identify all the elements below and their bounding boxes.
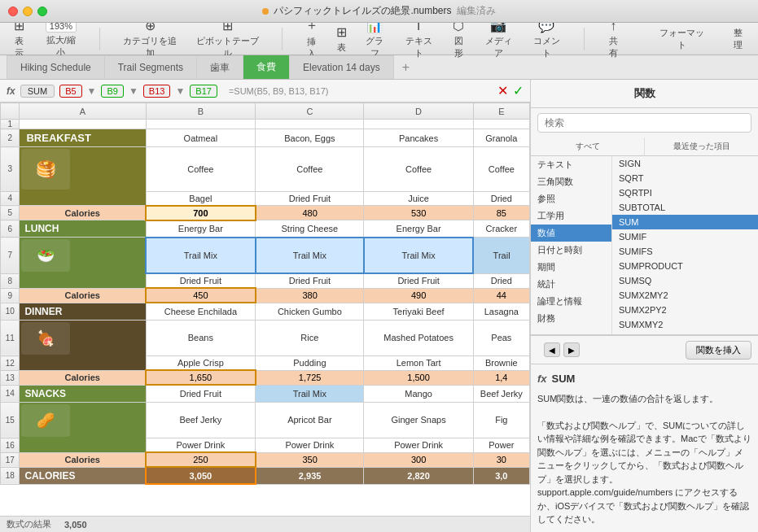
cell-e4[interactable]: Dried: [473, 191, 529, 206]
cell-d10[interactable]: Teriyaki Beef: [364, 303, 473, 320]
cell-b5-calories[interactable]: 700: [146, 206, 256, 220]
formula-ref-b13[interactable]: B13: [143, 85, 171, 98]
func-group-duration[interactable]: 期間: [531, 259, 611, 276]
cell-d17-calories[interactable]: 300: [364, 452, 473, 467]
spreadsheet-grid[interactable]: A B C D E 1: [0, 102, 530, 516]
cell-c10[interactable]: Chicken Gumbo: [256, 303, 364, 320]
cell-c14-trail-mix[interactable]: Trail Mix: [256, 385, 364, 402]
close-button[interactable]: [8, 7, 18, 16]
cell-a6-lunch[interactable]: LUNCH: [20, 220, 146, 238]
cell-d14[interactable]: Mango: [364, 385, 473, 402]
func-name-sqrt[interactable]: SQRT: [612, 171, 758, 185]
cell-c11[interactable]: Rice: [256, 320, 364, 356]
cell-a10-dinner[interactable]: DINNER: [20, 303, 146, 320]
func-name-sum[interactable]: SUM: [612, 215, 758, 229]
cell-b7-trail-mix[interactable]: Trail Mix: [146, 238, 256, 274]
cell-c18-total[interactable]: 2,935: [256, 467, 364, 484]
col-header-e[interactable]: E: [473, 103, 529, 120]
text-button[interactable]: T テキスト: [398, 17, 440, 61]
cell-b17-calories[interactable]: 250: [146, 452, 256, 467]
cell-a17-calories[interactable]: Calories: [20, 452, 146, 467]
cell-e1[interactable]: [473, 120, 529, 129]
cell-e14[interactable]: Beef Jerky: [473, 385, 529, 402]
cell-a14-snacks[interactable]: SNACKS: [20, 385, 146, 402]
cell-b13-calories[interactable]: 1,650: [146, 370, 256, 385]
cell-a13-calories[interactable]: Calories: [20, 370, 146, 385]
media-button[interactable]: 📷 メディア: [478, 16, 519, 61]
insert-function-button[interactable]: 関数を挿入: [686, 341, 751, 360]
tab-add-button[interactable]: +: [394, 55, 418, 79]
cell-b1[interactable]: [146, 120, 256, 129]
cell-e17-calories[interactable]: 30: [473, 452, 529, 467]
formula-cancel-button[interactable]: ✕: [497, 83, 508, 98]
cell-a1[interactable]: [20, 120, 146, 129]
cell-c6[interactable]: String Cheese: [256, 220, 364, 238]
func-name-sumxmy2[interactable]: SUMXMY2: [612, 317, 758, 332]
cell-d3[interactable]: Coffee: [364, 147, 473, 192]
formula-ref-b9[interactable]: B9: [101, 85, 123, 98]
cell-b4[interactable]: Bagel: [146, 191, 256, 206]
cell-c13-calories[interactable]: 1,725: [256, 370, 364, 385]
func-group-number[interactable]: 数値: [531, 225, 611, 242]
cell-c15[interactable]: Apricot Bar: [256, 402, 364, 438]
cell-c5-calories[interactable]: 480: [256, 206, 364, 220]
cell-c2[interactable]: Bacon, Eggs: [256, 129, 364, 147]
cell-c12[interactable]: Pudding: [256, 356, 364, 371]
col-header-a[interactable]: A: [20, 103, 146, 120]
cell-b10[interactable]: Cheese Enchilada: [146, 303, 256, 320]
cell-d13-calories[interactable]: 1,500: [364, 370, 473, 385]
cell-a2-breakfast[interactable]: BREAKFAST: [20, 129, 146, 147]
cell-d6[interactable]: Energy Bar: [364, 220, 473, 238]
cell-c8[interactable]: Dried Fruit: [256, 273, 364, 288]
cell-b6[interactable]: Energy Bar: [146, 220, 256, 238]
cell-e7-trail-mix[interactable]: Trail: [473, 238, 529, 274]
tab-hiking-schedule[interactable]: Hiking Schedule: [7, 55, 105, 79]
cell-d16[interactable]: Power Drink: [364, 438, 473, 453]
func-name-sign[interactable]: SIGN: [612, 156, 758, 171]
cell-b12[interactable]: Apple Crisp: [146, 356, 256, 371]
cell-d7-trail-mix[interactable]: Trail Mix: [364, 238, 473, 274]
cell-c4[interactable]: Dried Fruit: [256, 191, 364, 206]
func-name-sumx2my2[interactable]: SUMX2MY2: [612, 288, 758, 303]
cell-b11[interactable]: Beans: [146, 320, 256, 356]
cell-b18-total[interactable]: 3,050: [146, 467, 256, 484]
view-button[interactable]: ⊞ 表示: [7, 16, 33, 61]
func-group-eng[interactable]: 工学用: [531, 207, 611, 225]
cell-c16[interactable]: Power Drink: [256, 438, 364, 453]
cell-d1[interactable]: [364, 120, 473, 129]
cell-d2[interactable]: Pancakes: [364, 129, 473, 147]
func-name-sumproduct[interactable]: SUMPRODUCT: [612, 259, 758, 273]
cell-b9-calories[interactable]: 450: [146, 288, 256, 303]
tab-trail-segments[interactable]: Trail Segments: [105, 55, 197, 79]
chart-button[interactable]: 📊 グラフ: [358, 16, 392, 61]
cell-e15[interactable]: Fig: [473, 402, 529, 438]
func-name-sumif[interactable]: SUMIF: [612, 229, 758, 244]
cell-e9-calories[interactable]: 44: [473, 288, 529, 303]
cell-d18-total[interactable]: 2,820: [364, 467, 473, 484]
func-group-trig[interactable]: 三角関数: [531, 173, 611, 190]
cell-d11-mashed[interactable]: Mashed Potatoes: [364, 320, 473, 356]
category-button[interactable]: ⊕ カテゴリを追加: [116, 16, 184, 61]
nav-prev-button[interactable]: ◀: [544, 342, 560, 357]
cell-e5-calories[interactable]: 85: [473, 206, 529, 220]
func-cat-recent[interactable]: 最近使った項目: [645, 137, 758, 155]
func-name-sumx2py2[interactable]: SUMX2PY2: [612, 303, 758, 317]
tab-food[interactable]: 食費: [243, 55, 290, 79]
cell-e18-total[interactable]: 3,0: [473, 467, 529, 484]
func-name-sqrtpi[interactable]: SQRTPI: [612, 185, 758, 200]
comment-button[interactable]: 💬 コメント: [526, 16, 567, 61]
func-group-finance[interactable]: 財務: [531, 310, 611, 327]
zoom-button[interactable]: 193% 拡大/縮小: [39, 18, 83, 60]
cell-c9-calories[interactable]: 380: [256, 288, 364, 303]
cell-b14[interactable]: Dried Fruit: [146, 385, 256, 402]
formula-confirm-button[interactable]: ✓: [513, 83, 524, 98]
func-name-sumsq[interactable]: SUMSQ: [612, 273, 758, 288]
cell-e16[interactable]: Power: [473, 438, 529, 453]
func-group-text[interactable]: テキスト: [531, 156, 611, 173]
cell-d5-calories[interactable]: 530: [364, 206, 473, 220]
cell-e2[interactable]: Granola: [473, 129, 529, 147]
func-name-subtotal[interactable]: SUBTOTAL: [612, 200, 758, 215]
func-name-sumifs[interactable]: SUMIFS: [612, 244, 758, 259]
col-header-d[interactable]: D: [364, 103, 473, 120]
cell-b16[interactable]: Power Drink: [146, 438, 256, 453]
